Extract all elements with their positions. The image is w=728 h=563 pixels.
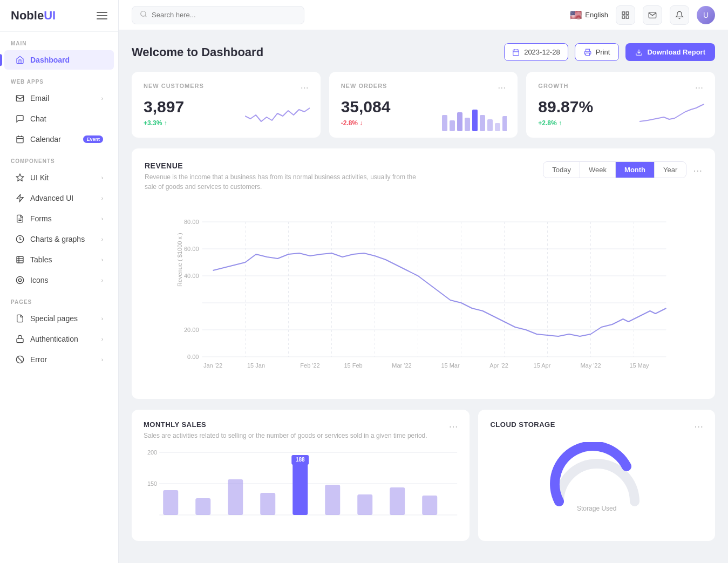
topbar: 🇺🇸 English U [119, 0, 728, 30]
error-icon [15, 355, 25, 364]
download-button[interactable]: Download Report [625, 43, 715, 61]
content-area: Welcome to Dashboard 2023-12-28 Print Do… [119, 30, 728, 563]
svg-text:150: 150 [147, 480, 157, 487]
sidebar-item-advanced-ui[interactable]: Advanced UI › [4, 188, 114, 208]
page-title: Welcome to Dashboard [132, 45, 498, 59]
sidebar-item-charts[interactable]: Charts & graphs › [4, 229, 114, 249]
svg-text:Apr '22: Apr '22 [489, 362, 508, 369]
print-button[interactable]: Print [575, 43, 620, 61]
revenue-desc: Revenue is the income that a business ha… [145, 172, 425, 192]
chevron-down-icon: › [101, 195, 103, 201]
sidebar-item-chat[interactable]: Chat [4, 109, 114, 128]
sidebar-item-special-label: Special pages [30, 314, 78, 323]
chevron-down-icon: › [101, 336, 103, 342]
svg-rect-37 [495, 123, 500, 131]
sidebar-item-error[interactable]: Error › [4, 350, 114, 369]
svg-rect-23 [626, 16, 629, 18]
revenue-dots[interactable]: ··· [693, 165, 702, 175]
stat-card-new-orders: NEW ORDERS ··· 35,084 -2.8% ↓ [329, 72, 518, 138]
download-label: Download Report [647, 48, 705, 56]
svg-rect-38 [502, 116, 507, 131]
home-icon [15, 55, 25, 65]
svg-text:20.00: 20.00 [184, 327, 199, 333]
sidebar-item-tables-label: Tables [30, 255, 52, 264]
svg-text:15 Feb: 15 Feb [344, 362, 362, 369]
svg-rect-15 [17, 338, 23, 342]
sidebar: NobleUI MAIN Dashboard WEB APPS Email › … [0, 0, 119, 563]
svg-text:200: 200 [147, 449, 157, 456]
svg-text:188: 188 [296, 457, 305, 463]
avatar[interactable]: U [697, 6, 715, 24]
sidebar-section-webapps: WEB APPS [0, 70, 118, 88]
svg-text:15 May: 15 May [629, 362, 649, 369]
svg-text:Mar '22: Mar '22 [392, 362, 411, 369]
svg-rect-85 [390, 487, 405, 515]
svg-rect-35 [480, 115, 485, 131]
charts-icon [15, 234, 25, 244]
sidebar-section-components: COMPONENTS [0, 150, 118, 167]
special-icon [15, 314, 25, 323]
stat-dots-1[interactable]: ··· [301, 83, 309, 92]
chevron-down-icon: › [101, 96, 103, 101]
sidebar-section-main: MAIN [0, 32, 118, 50]
search-input[interactable] [152, 11, 296, 19]
arrow-down-icon: ↓ [359, 119, 363, 127]
svg-text:60.00: 60.00 [184, 246, 199, 252]
chevron-down-icon: › [101, 316, 103, 322]
print-label: Print [596, 48, 610, 56]
stat-new-customers-label: NEW CUSTOMERS [144, 83, 204, 89]
sidebar-item-advanced-label: Advanced UI [30, 194, 73, 202]
period-year[interactable]: Year [655, 162, 686, 178]
storage-used-label: Storage Used [490, 505, 703, 512]
stat-dots-3[interactable]: ··· [695, 83, 703, 92]
stats-row: NEW CUSTOMERS ··· 3,897 +3.3% ↑ NEW ORDE… [132, 72, 715, 138]
sidebar-item-icons[interactable]: Icons › [4, 270, 114, 290]
chevron-down-icon: › [101, 236, 103, 242]
svg-rect-31 [450, 120, 455, 131]
sidebar-item-uikit[interactable]: UI Kit › [4, 168, 114, 187]
svg-marker-5 [16, 174, 23, 181]
period-week[interactable]: Week [580, 162, 616, 178]
sidebar-item-dashboard[interactable]: Dashboard [4, 50, 114, 70]
sidebar-item-forms[interactable]: Forms › [4, 209, 114, 228]
sidebar-section-pages: PAGES [0, 290, 118, 308]
hamburger-button[interactable] [97, 12, 107, 19]
sidebar-item-email[interactable]: Email › [4, 89, 114, 108]
cloud-storage-dots[interactable]: ··· [694, 420, 703, 431]
sidebar-item-chat-label: Chat [30, 114, 46, 123]
svg-text:15 Jan: 15 Jan [247, 362, 265, 369]
svg-text:Revenue ( $1000 x ): Revenue ( $1000 x ) [176, 233, 183, 287]
period-month[interactable]: Month [616, 162, 655, 178]
chevron-down-icon: › [101, 277, 103, 283]
svg-rect-36 [487, 119, 493, 131]
sidebar-item-calendar[interactable]: Calendar Event [4, 130, 114, 149]
sidebar-item-calendar-label: Calendar [30, 135, 61, 144]
chat-icon [15, 114, 25, 124]
language-selector[interactable]: 🇺🇸 English [570, 9, 608, 21]
sidebar-item-special[interactable]: Special pages › [4, 309, 114, 328]
svg-point-18 [141, 11, 146, 16]
revenue-title: REVENUE [145, 161, 425, 170]
period-today[interactable]: Today [543, 162, 580, 178]
chevron-down-icon: › [101, 257, 103, 263]
sidebar-item-tables[interactable]: Tables › [4, 250, 114, 269]
stat-card-new-customers: NEW CUSTOMERS ··· 3,897 +3.3% ↑ [132, 72, 321, 138]
sidebar-item-auth[interactable]: Authentication › [4, 329, 114, 349]
date-picker[interactable]: 2023-12-28 [504, 43, 568, 61]
topbar-right: 🇺🇸 English U [570, 5, 715, 25]
svg-text:40.00: 40.00 [184, 273, 199, 279]
main-area: 🇺🇸 English U Welcome to Dashboard 2023-1… [119, 0, 728, 563]
logo-text: NobleUI [11, 9, 56, 23]
stat-dots-2[interactable]: ··· [498, 83, 506, 92]
calendar-badge: Event [83, 135, 103, 143]
mail-button[interactable] [643, 5, 662, 25]
svg-text:May '22: May '22 [580, 362, 601, 369]
notification-button[interactable] [670, 5, 689, 25]
revenue-card: REVENUE Revenue is the income that a bus… [132, 148, 715, 399]
search-box[interactable] [132, 6, 304, 24]
monthly-sales-dots[interactable]: ··· [449, 420, 458, 431]
svg-rect-21 [626, 12, 629, 15]
grid-button[interactable] [616, 5, 635, 25]
tables-icon [15, 255, 25, 264]
chevron-down-icon: › [101, 216, 103, 222]
